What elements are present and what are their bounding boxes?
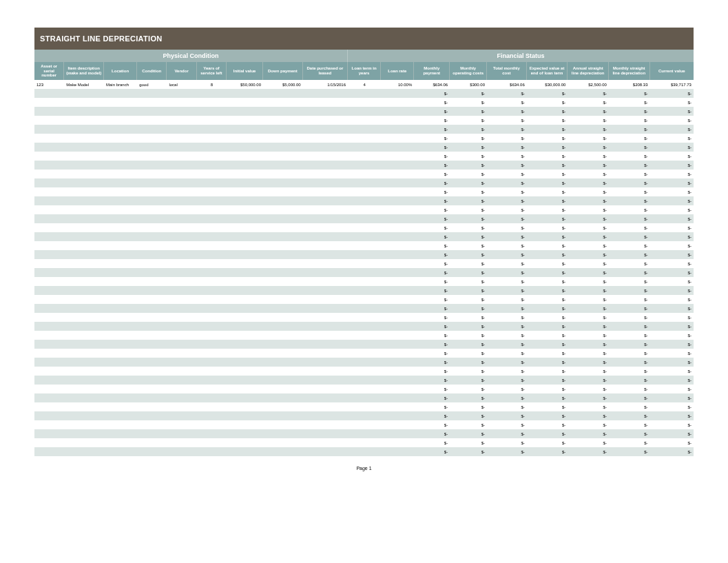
cell-monthly_payment: $- [414, 170, 450, 178]
cell-item_desc [64, 232, 104, 241]
cell-annual_dep: $- [568, 214, 609, 223]
cell-location [104, 286, 137, 295]
cell-years_left [197, 349, 227, 358]
cell-monthly_payment: $- [414, 313, 450, 322]
cell-date [303, 134, 348, 143]
cell-down_payment [263, 107, 303, 116]
cell-loan_rate [381, 402, 414, 411]
cell-loan_rate [381, 250, 414, 259]
cell-down_payment [263, 161, 303, 170]
cell-asset_serial: 123 [34, 80, 64, 89]
cell-monthly_op: $- [450, 367, 487, 376]
cell-date [303, 241, 348, 250]
column-header-monthly_payment: Monthly payment [414, 62, 450, 80]
table-row: $-$-$-$-$-$-$- [34, 196, 694, 205]
cell-monthly_payment: $- [414, 187, 450, 196]
cell-expected_end: $- [527, 313, 568, 322]
cell-item_desc [64, 170, 104, 178]
cell-vendor [167, 214, 196, 223]
cell-date [303, 304, 348, 313]
cell-annual_dep: $- [568, 411, 609, 420]
cell-vendor [167, 98, 196, 107]
cell-current_value: $39,717.73 [650, 80, 694, 89]
cell-current_value: $- [650, 143, 694, 152]
cell-asset_serial [34, 98, 64, 107]
cell-loan_rate [381, 322, 414, 331]
cell-down_payment [263, 241, 303, 250]
cell-total_monthly: $- [487, 429, 527, 438]
cell-item_desc [64, 241, 104, 250]
cell-current_value: $- [650, 223, 694, 232]
cell-current_value: $- [650, 438, 694, 447]
cell-item_desc [64, 393, 104, 402]
cell-total_monthly: $- [487, 89, 527, 98]
cell-total_monthly: $- [487, 340, 527, 349]
cell-vendor [167, 295, 196, 304]
cell-date [303, 385, 348, 393]
cell-location [104, 438, 137, 447]
cell-vendor [167, 143, 196, 152]
cell-down_payment [263, 205, 303, 214]
table-row: $-$-$-$-$-$-$- [34, 134, 694, 143]
cell-years_left [197, 447, 227, 456]
cell-monthly_op: $- [450, 161, 487, 170]
cell-total_monthly: $- [487, 143, 527, 152]
cell-annual_dep: $- [568, 161, 609, 170]
cell-item_desc: Make Model [64, 80, 104, 89]
cell-vendor [167, 134, 196, 143]
cell-down_payment [263, 304, 303, 313]
cell-monthly_dep: $- [609, 107, 650, 116]
cell-asset_serial [34, 286, 64, 295]
cell-total_monthly: $- [487, 178, 527, 187]
cell-vendor [167, 125, 196, 134]
cell-monthly_payment: $- [414, 349, 450, 358]
cell-monthly_op: $- [450, 143, 487, 152]
cell-asset_serial [34, 152, 64, 161]
cell-vendor [167, 250, 196, 259]
cell-monthly_dep: $- [609, 134, 650, 143]
cell-date [303, 277, 348, 286]
cell-down_payment [263, 420, 303, 429]
cell-loan_term [348, 349, 381, 358]
cell-monthly_dep: $- [609, 259, 650, 268]
cell-monthly_dep: $- [609, 286, 650, 295]
cell-asset_serial [34, 178, 64, 187]
cell-asset_serial [34, 107, 64, 116]
cell-initial_value [227, 170, 263, 178]
cell-total_monthly: $- [487, 367, 527, 376]
cell-condition [137, 134, 167, 143]
cell-vendor [167, 438, 196, 447]
cell-loan_term [348, 89, 381, 98]
cell-initial_value [227, 277, 263, 286]
cell-annual_dep: $- [568, 143, 609, 152]
cell-current_value: $- [650, 322, 694, 331]
cell-monthly_dep: $- [609, 214, 650, 223]
cell-down_payment [263, 268, 303, 277]
cell-location [104, 214, 137, 223]
cell-total_monthly: $- [487, 187, 527, 196]
cell-vendor [167, 161, 196, 170]
cell-monthly_payment: $- [414, 411, 450, 420]
cell-years_left [197, 196, 227, 205]
cell-monthly_op: $- [450, 152, 487, 161]
cell-initial_value [227, 447, 263, 456]
cell-loan_term [348, 187, 381, 196]
cell-item_desc [64, 214, 104, 223]
cell-monthly_op: $- [450, 277, 487, 286]
cell-monthly_dep: $- [609, 89, 650, 98]
table-row: $-$-$-$-$-$-$- [34, 143, 694, 152]
cell-monthly_payment: $- [414, 116, 450, 125]
cell-location [104, 340, 137, 349]
cell-annual_dep: $- [568, 232, 609, 241]
cell-asset_serial [34, 402, 64, 411]
cell-condition [137, 187, 167, 196]
cell-condition [137, 420, 167, 429]
cell-loan_rate [381, 116, 414, 125]
cell-loan_term [348, 340, 381, 349]
cell-loan_rate [381, 295, 414, 304]
cell-monthly_payment: $- [414, 250, 450, 259]
cell-item_desc [64, 125, 104, 134]
cell-asset_serial [34, 385, 64, 393]
cell-expected_end: $- [527, 402, 568, 411]
cell-loan_rate [381, 223, 414, 232]
